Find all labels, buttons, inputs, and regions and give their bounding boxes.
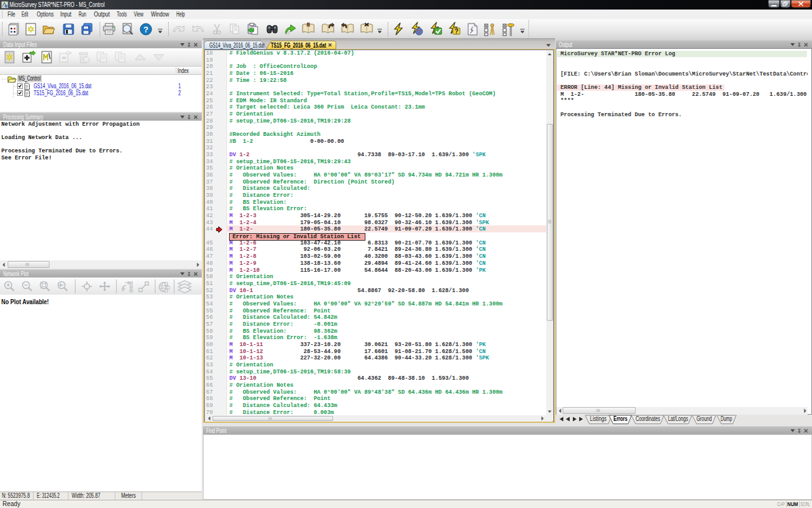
svg-text:SCRL: SCRL [801,501,810,507]
svg-text:N: 5523975.8: N: 5523975.8 [2,492,30,499]
svg-text:File: File [8,11,15,18]
svg-text:TS15_FG_2016_06_15.dat: TS15_FG_2016_06_15.dat [34,90,88,97]
svg-text:Errors: Errors [613,415,627,422]
svg-text:View: View [134,11,144,18]
svg-text:NUM: NUM [787,501,798,507]
svg-text:MS_Control: MS_Control [18,75,41,82]
svg-text:Listings: Listings [590,415,606,422]
svg-text:Coordinates: Coordinates [636,415,660,422]
svg-text:Output: Output [559,41,572,48]
svg-text:Output: Output [94,11,110,18]
svg-text:Help: Help [176,11,185,18]
svg-text:Options: Options [37,11,54,18]
svg-text:2: 2 [178,90,181,97]
svg-text:Network Plot: Network Plot [3,271,29,277]
svg-text:No Plot Available!: No Plot Available! [1,298,49,305]
svg-text:Window: Window [151,11,169,18]
svg-text:Processing Summary: Processing Summary [3,114,43,121]
svg-text:Width: 205.87: Width: 205.87 [72,492,100,499]
svg-text:MicroSurvey STAR*NET-PRO - MS_: MicroSurvey STAR*NET-PRO - MS_Control [10,1,105,8]
svg-text:Edit: Edit [22,11,29,18]
svg-text:?: ? [454,28,458,35]
svg-text:Run: Run [79,11,86,18]
svg-text:GS14_Viva_2016_06_15.dat: GS14_Viva_2016_06_15.dat [209,42,265,49]
svg-text:Data Input Files: Data Input Files [3,41,37,48]
svg-text:Meters: Meters [121,492,136,499]
svg-text:Find Point: Find Point [206,427,226,434]
svg-text:?: ? [143,25,148,34]
svg-text:Lat/Longs: Lat/Longs [668,415,688,422]
svg-text:E: 312435.2: E: 312435.2 [37,492,60,499]
svg-text:Dump: Dump [721,415,732,422]
svg-text:Tools: Tools [117,11,127,18]
svg-text:CAP: CAP [777,501,785,507]
svg-text:Index: Index [178,67,189,74]
svg-text:Ground: Ground [697,415,712,422]
svg-text:Input: Input [60,11,72,18]
svg-text:Ready: Ready [3,500,20,507]
svg-text:TS15_FG_2016_06_15.dat: TS15_FG_2016_06_15.dat [271,42,326,49]
